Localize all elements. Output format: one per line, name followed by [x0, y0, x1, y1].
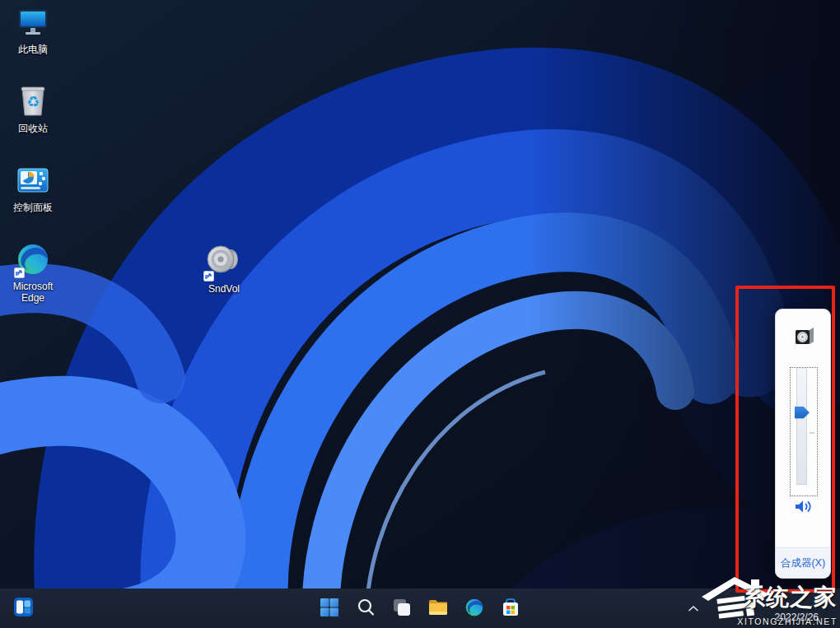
- folder-icon: [427, 598, 449, 620]
- volume-popup-footer: 合成器(X): [776, 547, 830, 578]
- mixer-link[interactable]: 合成器(X): [781, 556, 825, 570]
- speaker-volume-icon[interactable]: [795, 499, 813, 517]
- volume-control-popup: 合成器(X): [775, 309, 831, 579]
- recycle-bin-icon: ♻: [16, 84, 50, 119]
- edge-icon: [16, 242, 50, 277]
- desktop-icon-label: 此电脑: [18, 44, 48, 55]
- tray-date[interactable]: 2022/2/26: [775, 612, 819, 623]
- desktop-icon-edge[interactable]: Microsoft Edge: [3, 242, 63, 321]
- shortcut-arrow-icon: [203, 271, 214, 281]
- taskbar: 2022/2/26: [0, 588, 840, 628]
- widgets-button[interactable]: [7, 592, 40, 625]
- wallpaper-bloom: [0, 0, 840, 588]
- start-button[interactable]: [313, 592, 346, 625]
- chevron-up-icon: [688, 602, 699, 615]
- this-pc-icon: [16, 5, 50, 40]
- file-explorer-button[interactable]: [422, 592, 455, 625]
- volume-slider[interactable]: [790, 367, 818, 496]
- tray-chevron-button[interactable]: [682, 597, 705, 620]
- search-button[interactable]: [349, 592, 382, 625]
- task-view-button[interactable]: [385, 592, 418, 625]
- search-icon: [356, 598, 376, 620]
- control-panel-icon: [16, 163, 50, 198]
- windows-logo-icon: [320, 598, 339, 620]
- speaker-device-icon: [793, 327, 815, 351]
- store-button[interactable]: [494, 592, 527, 625]
- speaker-shortcut-icon: [205, 242, 243, 280]
- shortcut-arrow-icon: [14, 267, 25, 278]
- store-bag-icon: [501, 598, 520, 620]
- edge-button[interactable]: [458, 592, 491, 625]
- desktop-icon-recycle-bin[interactable]: ♻ 回收站: [3, 84, 63, 163]
- widgets-icon: [13, 597, 34, 620]
- desktop: 此电脑 ♻ 回收站: [0, 0, 840, 628]
- task-view-icon: [392, 598, 412, 620]
- desktop-icon-label: 控制面板: [13, 202, 53, 213]
- svg-text:♻: ♻: [26, 93, 40, 110]
- desktop-icon-label: Microsoft Edge: [4, 281, 62, 304]
- desktop-icon-label: 回收站: [18, 123, 48, 134]
- edge-icon: [464, 598, 484, 620]
- desktop-icon-control-panel[interactable]: 控制面板: [3, 163, 63, 242]
- volume-slider-handle[interactable]: [795, 407, 810, 419]
- desktop-icon-this-pc[interactable]: 此电脑: [3, 5, 63, 84]
- taskbar-center-icons: [313, 592, 527, 625]
- desktop-icon-sndvol[interactable]: SndVol: [198, 242, 250, 295]
- desktop-icon-grid: 此电脑 ♻ 回收站: [3, 5, 63, 321]
- desktop-icon-label: SndVol: [208, 283, 240, 295]
